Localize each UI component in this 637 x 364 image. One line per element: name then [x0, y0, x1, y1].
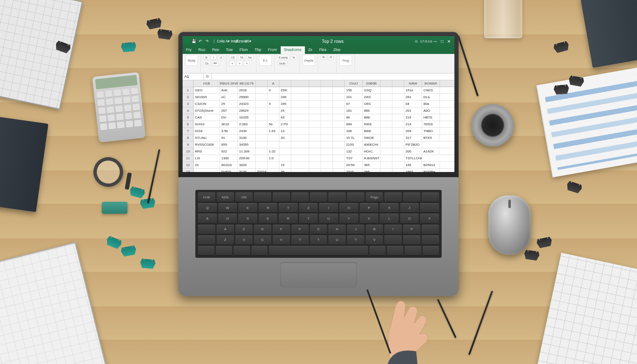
cell[interactable]: 8023Be — [422, 169, 440, 172]
cell[interactable]: 86 — [345, 114, 363, 121]
cell[interactable] — [333, 169, 345, 172]
cell[interactable] — [309, 141, 321, 148]
ribbon-tab[interactable]: Roo — [195, 46, 209, 54]
cell[interactable]: 36 — [279, 169, 291, 172]
ribbon-tab[interactable]: Zlse — [330, 46, 344, 54]
cell[interactable] — [333, 148, 345, 155]
column-header[interactable] — [256, 80, 268, 87]
cell[interactable] — [381, 162, 392, 168]
cell[interactable] — [321, 155, 333, 161]
cell[interactable]: HBTE — [422, 114, 440, 121]
column-header[interactable]: BOMAR — [422, 80, 440, 87]
ribbon-tab[interactable]: Thp — [251, 46, 265, 54]
cell[interactable] — [321, 148, 333, 155]
cell[interactable]: TSTLLCHE — [404, 155, 422, 161]
cell[interactable] — [309, 94, 321, 100]
cell[interactable]: 91410 — [194, 121, 220, 127]
row-header[interactable]: 1 — [183, 87, 193, 94]
cell[interactable] — [381, 101, 392, 107]
fx-icon[interactable]: fx — [204, 73, 211, 80]
cell[interactable]: HOrC. — [363, 148, 381, 155]
cell[interactable]: 185 — [404, 162, 422, 168]
minimize-button[interactable]: ─ — [432, 38, 438, 44]
cell[interactable]: 16335 — [238, 114, 256, 121]
cell[interactable]: ZIW. — [279, 87, 291, 93]
cell[interactable]: BI6E — [363, 128, 381, 134]
cell[interactable] — [291, 87, 309, 93]
cell[interactable]: 1.63 — [268, 128, 279, 134]
cell[interactable]: 209:00 — [238, 155, 256, 161]
cell[interactable]: P8"2B2O — [404, 141, 422, 148]
cell[interactable]: C32ON — [194, 101, 220, 107]
delete-button[interactable]: ⊟ — [328, 55, 334, 60]
cell[interactable] — [381, 128, 392, 134]
bold-button[interactable]: B — [203, 55, 209, 60]
cell[interactable]: 151d — [404, 87, 422, 93]
cell[interactable] — [256, 101, 268, 107]
cell[interactable] — [392, 155, 404, 161]
cell[interactable] — [381, 107, 392, 114]
cell[interactable] — [321, 101, 333, 107]
cell[interactable] — [333, 121, 345, 127]
cell[interactable] — [291, 94, 309, 100]
ribbon-button[interactable]: Siofb — [277, 61, 287, 66]
maximize-button[interactable]: □ — [439, 38, 445, 44]
ribbon-tab[interactable]: Fronr — [265, 46, 281, 54]
cell[interactable] — [333, 135, 345, 141]
row-header[interactable]: 3 — [183, 101, 193, 107]
cell[interactable]: 80a — [422, 101, 440, 107]
close-button[interactable]: ✕ — [446, 38, 452, 44]
cell[interactable]: 201 — [404, 107, 422, 114]
cell[interactable]: 3126 — [238, 169, 256, 172]
cell[interactable] — [381, 141, 392, 148]
cell[interactable]: 106 — [345, 128, 363, 134]
cell[interactable]: 04 — [404, 101, 422, 107]
cell[interactable] — [333, 87, 345, 93]
cell[interactable] — [309, 128, 321, 134]
cell[interactable] — [256, 155, 268, 161]
align-right-button[interactable]: ≡ — [244, 61, 250, 66]
cell[interactable]: 922 — [220, 148, 238, 155]
select-all-corner[interactable] — [183, 80, 193, 87]
cell[interactable] — [268, 169, 279, 172]
cell[interactable]: 2:283 — [238, 121, 256, 127]
cell[interactable]: 801GS — [220, 162, 238, 168]
cell[interactable]: 07OS(Sionb — [194, 107, 220, 114]
row-header[interactable]: 13 — [183, 169, 193, 172]
cell[interactable] — [381, 121, 392, 127]
cell[interactable]: CAS — [194, 114, 220, 121]
row-header[interactable]: 8 — [183, 135, 193, 141]
cell[interactable]: 2h — [194, 162, 220, 168]
cell[interactable] — [291, 135, 309, 141]
cell[interactable]: 281 — [404, 94, 422, 100]
cell[interactable]: 317 — [404, 135, 422, 141]
cell[interactable]: 3K16 — [220, 121, 238, 127]
cell[interactable] — [309, 101, 321, 107]
cell[interactable] — [333, 94, 345, 100]
cell[interactable] — [381, 169, 392, 172]
cell[interactable] — [309, 87, 321, 93]
redo-icon[interactable]: ↷ — [205, 39, 210, 44]
cell[interactable] — [392, 114, 404, 121]
cell[interactable]: 15 TL — [345, 135, 363, 141]
column-header[interactable]: RBUS.SKW — [220, 80, 238, 87]
align-center-button[interactable]: ≡ — [237, 61, 242, 66]
row-header[interactable]: 2 — [183, 94, 193, 101]
cell[interactable] — [321, 114, 333, 121]
cell[interactable] — [309, 114, 321, 121]
cell[interactable]: 2 P9 — [279, 121, 291, 127]
ribbon-tab[interactable]: Fles — [316, 46, 330, 54]
cell[interactable] — [321, 135, 333, 141]
cell[interactable]: 76516 — [422, 121, 440, 127]
cell[interactable]: G6S — [363, 94, 381, 100]
cell[interactable] — [279, 148, 291, 155]
cell[interactable]: 24 — [279, 107, 291, 114]
cell[interactable] — [321, 169, 333, 172]
cell[interactable] — [256, 107, 268, 114]
row-header[interactable]: 5 — [183, 114, 193, 121]
column-header[interactable]: BE13179 — [238, 80, 256, 87]
cell[interactable] — [392, 135, 404, 141]
cell[interactable] — [333, 155, 345, 161]
cell[interactable]: 886 — [363, 107, 381, 114]
cell[interactable]: 15 — [279, 162, 291, 168]
